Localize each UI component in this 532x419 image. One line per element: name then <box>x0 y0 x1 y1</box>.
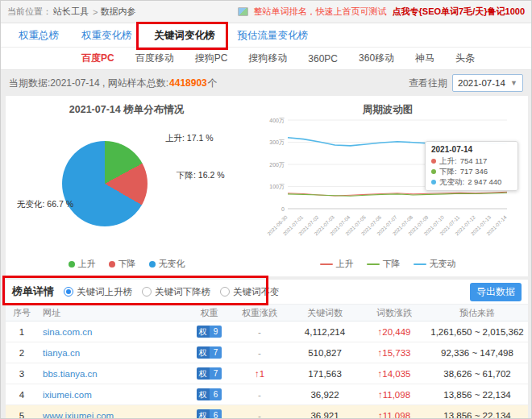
weight-badge[interactable]: 权6 <box>197 409 222 419</box>
line-legend-item-nochange[interactable]: 无变动 <box>414 258 456 270</box>
cell-weight: 权9 <box>187 326 231 338</box>
radio-label: 关键词不变 <box>233 286 280 298</box>
tab-weight-change[interactable]: 权重变化榜 <box>70 23 143 48</box>
site-link[interactable]: www.ixiumei.com <box>43 411 114 419</box>
weight-badge[interactable]: 权9 <box>197 326 222 338</box>
subtab-sogou-mobile[interactable]: 搜狗移动 <box>248 52 287 65</box>
weight-change-value: - <box>258 327 261 337</box>
tab-weight-total[interactable]: 权重总榜 <box>7 23 70 48</box>
cell-traffic: 13,856 ~ 22,134 <box>426 411 528 419</box>
header-weight-change: 权重涨跌 <box>231 307 288 319</box>
site-link[interactable]: sina.com.cn <box>43 327 92 337</box>
cell-url: ixiumei.com <box>38 390 187 400</box>
weight-badge[interactable]: 权7 <box>197 346 222 359</box>
badge-glyph: 权 <box>197 367 210 380</box>
subtab-baidu-mobile[interactable]: 百度移动 <box>135 52 174 65</box>
pie-legend: 上升 下降 无变化 <box>6 258 247 270</box>
cell-keywords: 36,922 <box>288 390 362 400</box>
subtab-toutiao[interactable]: 头条 <box>455 52 475 65</box>
sample-total-count: 4418903 <box>169 77 207 89</box>
site-link[interactable]: tianya.cn <box>43 348 80 358</box>
tooltip-dot-down <box>431 169 436 174</box>
tooltip-date: 2021-07-14 <box>431 145 512 154</box>
history-label: 查看往期 <box>409 77 447 90</box>
subtab-baidu-pc[interactable]: 百度PC <box>81 52 114 65</box>
tooltip-label: 下降: <box>439 166 457 176</box>
radio-keyword-down[interactable]: 关键词下降榜 <box>142 286 210 298</box>
line-legend-item-up[interactable]: 上升 <box>320 258 354 270</box>
pie-label-up: 上升: 17.1 % <box>165 133 214 144</box>
ad-link-2[interactable]: 点我专{SEO单词7毛/天}鲁记1000 <box>393 6 525 18</box>
ad-link-1[interactable]: 整站单词排名，快速上首页可测试 <box>254 6 387 18</box>
cell-keywords-change: ↑15,733 <box>362 348 426 358</box>
line-legend-item-down[interactable]: 下降 <box>367 258 401 270</box>
history-date-value: 2021-07-14 <box>458 78 505 88</box>
pie-label-nochange: 无变化: 66.7 % <box>17 199 73 210</box>
badge-glyph: 权 <box>197 326 210 338</box>
export-data-button[interactable]: 导出数据 <box>470 283 522 301</box>
engine-tab-bar: 百度PC 百度移动 搜狗PC 搜狗移动 360PC 360移动 神马 头条 <box>1 48 531 70</box>
header-url: 网址 <box>38 307 187 319</box>
cell-keywords-change: ↑11,098 <box>362 411 426 419</box>
cell-weight: 权6 <box>187 409 231 419</box>
cell-traffic: 13,856 ~ 22,134 <box>426 390 528 400</box>
badge-number: 7 <box>210 367 222 380</box>
subtab-shenma[interactable]: 神马 <box>415 52 434 65</box>
header-index: 序号 <box>6 307 38 319</box>
charts-panel: 2021-07-14 榜单分布情况 上升: 17.1 % 下降: 16.2 % … <box>6 96 528 276</box>
cell-index: 5 <box>6 411 38 419</box>
breadcrumb-link-tools[interactable]: 站长工具 <box>53 6 89 18</box>
line-legend-mark <box>367 263 380 265</box>
badge-glyph: 权 <box>197 388 210 400</box>
info-bar: 当期数据:2021-07-14 , 网站样本总数: 4418903 个 查看往期… <box>1 70 531 96</box>
header-ads: 整站单词排名，快速上首页可测试 点我专{SEO单词7毛/天}鲁记1000 <box>238 6 525 18</box>
weight-badge[interactable]: 权6 <box>197 388 222 400</box>
tooltip-row-up: 上升:754 117 <box>431 156 512 166</box>
pie-legend-label: 上升 <box>78 258 96 270</box>
badge-glyph: 权 <box>197 409 210 419</box>
line-legend-mark <box>414 263 426 265</box>
breadcrumb-separator: > <box>93 7 98 17</box>
cell-index: 1 <box>6 327 38 337</box>
cell-weight: 权7 <box>187 367 231 380</box>
pie-legend-item-down[interactable]: 下降 <box>109 258 136 270</box>
site-link[interactable]: bbs.tianya.cn <box>43 369 98 379</box>
tooltip-value: 2 947 440 <box>468 176 501 187</box>
cell-index: 2 <box>6 348 38 358</box>
table-row: 2 tianya.cn 权7 - 510,827 ↑15,733 92,336 … <box>6 342 528 363</box>
subtab-360-pc[interactable]: 360PC <box>308 53 338 64</box>
pie-legend-item-up[interactable]: 上升 <box>69 258 96 270</box>
subtab-sogou-pc[interactable]: 搜狗PC <box>195 52 228 65</box>
radio-keyword-same[interactable]: 关键词不变 <box>220 286 280 298</box>
cell-traffic: 92,336 ~ 147,498 <box>426 348 528 358</box>
site-link[interactable]: ixiumei.com <box>43 390 92 400</box>
cell-keywords-change: ↑20,449 <box>362 327 426 337</box>
ad-image-icon <box>238 7 248 16</box>
cell-url: www.ixiumei.com <box>38 411 187 419</box>
radio-keyword-up[interactable]: 关键词上升榜 <box>64 286 132 298</box>
pie-legend-item-nochange[interactable]: 无变化 <box>149 258 185 270</box>
detail-controls: 榜单详情 关键词上升榜 关键词下降榜 关键词不变 导出数据 <box>6 280 528 304</box>
cell-weight-change: ↑1 <box>231 369 288 379</box>
tooltip-dot-nochange <box>431 180 436 185</box>
badge-number: 6 <box>210 388 222 400</box>
cell-weight-change: - <box>231 390 288 400</box>
weight-badge[interactable]: 权7 <box>197 367 222 380</box>
badge-number: 6 <box>210 409 222 419</box>
line-legend-label: 下降 <box>383 258 401 270</box>
table-row: 5 www.ixiumei.com 权6 - 36,921 ↑11,098 13… <box>6 405 528 419</box>
weight-change-value: - <box>258 348 261 358</box>
main-tab-bar: 权重总榜 权重变化榜 关键词变化榜 预估流量变化榜 <box>1 23 531 48</box>
sample-count-unit: 个 <box>208 77 218 90</box>
history-date-select[interactable]: 2021-07-14 ▼ <box>452 74 523 92</box>
tooltip-row-down: 下降:717 346 <box>431 166 512 176</box>
tab-keyword-change[interactable]: 关键词变化榜 <box>143 23 227 48</box>
cell-keywords: 36,921 <box>288 411 362 419</box>
subtab-360-mobile[interactable]: 360移动 <box>359 52 394 65</box>
tooltip-value: 754 117 <box>460 156 488 166</box>
tab-traffic-change[interactable]: 预估流量变化榜 <box>227 23 320 48</box>
weight-change-value: ↑1 <box>255 369 264 379</box>
chevron-down-icon: ▼ <box>510 79 517 87</box>
cell-url: bbs.tianya.cn <box>38 369 187 379</box>
detail-title: 榜单详情 <box>12 284 54 299</box>
